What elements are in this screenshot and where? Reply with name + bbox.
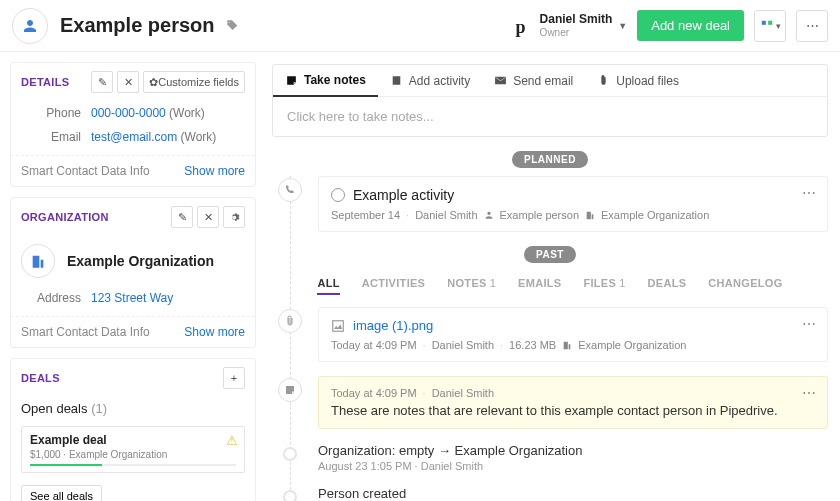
address-label: Address xyxy=(21,291,81,305)
filter-changelog[interactable]: CHANGELOG xyxy=(708,277,782,295)
warning-icon: ⚠ xyxy=(226,433,238,448)
edit-button[interactable]: ✎ xyxy=(91,71,113,93)
note-marker xyxy=(278,378,302,402)
deal-name: Example deal xyxy=(30,433,236,447)
deal-card[interactable]: Example deal $1,000 · Example Organizati… xyxy=(21,426,245,473)
user-icon xyxy=(21,17,39,35)
org-name[interactable]: Example Organization xyxy=(67,253,214,269)
show-more-link[interactable]: Show more xyxy=(184,325,245,339)
top-bar: Example person p Daniel Smith Owner ▼ Ad… xyxy=(0,0,840,52)
owner-name: Daniel Smith xyxy=(540,13,613,26)
email-type: (Work) xyxy=(181,130,217,144)
paperclip-icon xyxy=(284,315,296,327)
file-name[interactable]: image (1).png xyxy=(353,318,433,333)
open-deals-label: Open deals xyxy=(21,401,88,416)
chevron-down-icon: ▼ xyxy=(618,21,627,31)
activity-card[interactable]: ⋯ Example activity September 14·Daniel S… xyxy=(318,176,828,232)
building-icon xyxy=(30,253,46,269)
event-marker xyxy=(283,447,297,461)
organization-panel: ORGANIZATION ✎ ✕ Example Organization Ad… xyxy=(10,197,256,348)
open-deals-count: (1) xyxy=(91,401,107,416)
composer: Take notes Add activity Send email Uploa… xyxy=(272,64,828,137)
svg-rect-1 xyxy=(768,20,772,24)
org-avatar xyxy=(21,244,55,278)
tab-send-email[interactable]: Send email xyxy=(482,65,585,96)
filter-all[interactable]: ALL xyxy=(317,277,339,295)
see-all-deals-button[interactable]: See all deals xyxy=(21,485,102,501)
svg-rect-0 xyxy=(761,20,765,24)
tag-icon[interactable] xyxy=(225,19,239,33)
filter-emails[interactable]: EMAILS xyxy=(518,277,561,295)
phone-type: (Work) xyxy=(169,106,205,120)
main-content: Take notes Add activity Send email Uploa… xyxy=(256,52,840,501)
note-body: These are notes that are relevant to thi… xyxy=(331,403,815,418)
collapse-button[interactable]: ✕ xyxy=(117,71,139,93)
add-deal-button[interactable]: + xyxy=(223,367,245,389)
notes-input[interactable]: Click here to take notes... xyxy=(273,97,827,136)
person-avatar xyxy=(12,8,48,44)
tab-take-notes[interactable]: Take notes xyxy=(273,65,378,97)
layout-icon xyxy=(760,19,774,33)
card-menu-button[interactable]: ⋯ xyxy=(802,316,817,332)
show-more-link[interactable]: Show more xyxy=(184,164,245,178)
details-panel: DETAILS ✎ ✕ ✿ Customize fields Phone 000… xyxy=(10,62,256,187)
phone-link[interactable]: 000-000-0000 xyxy=(91,106,166,120)
customize-fields-button[interactable]: ✿ Customize fields xyxy=(143,71,245,93)
building-icon xyxy=(585,210,595,220)
details-heading: DETAILS xyxy=(21,76,69,88)
event-marker xyxy=(283,490,297,501)
org-heading: ORGANIZATION xyxy=(21,211,109,223)
attachment-marker xyxy=(278,309,302,333)
filter-notes[interactable]: NOTES1 xyxy=(447,277,496,295)
paperclip-icon xyxy=(597,74,610,87)
owner-selector[interactable]: p Daniel Smith Owner ▼ xyxy=(516,13,628,37)
image-icon xyxy=(331,319,345,333)
note-card[interactable]: ⋯ Today at 4:09 PM·Daniel Smith These ar… xyxy=(318,376,828,429)
note-icon xyxy=(285,74,298,87)
event-title: Person created xyxy=(318,486,828,501)
sidebar: DETAILS ✎ ✕ ✿ Customize fields Phone 000… xyxy=(0,52,256,501)
unchecked-icon[interactable] xyxy=(331,188,345,202)
owner-role: Owner xyxy=(540,27,613,38)
email-label: Email xyxy=(21,130,81,144)
event-meta: August 23 1:05 PM · Daniel Smith xyxy=(318,460,828,472)
tab-upload-files[interactable]: Upload files xyxy=(585,65,691,96)
note-icon xyxy=(284,384,296,396)
building-icon xyxy=(562,340,572,350)
address-link[interactable]: 123 Street Way xyxy=(91,291,173,305)
page-title: Example person xyxy=(60,14,516,37)
planned-badge: PLANNED xyxy=(512,151,588,168)
deals-panel: DEALS + Open deals (1) Example deal $1,0… xyxy=(10,358,256,501)
gear-icon xyxy=(229,212,240,223)
smart-contact-label: Smart Contact Data Info xyxy=(21,325,150,339)
activity-title: Example activity xyxy=(353,187,454,203)
more-options-button[interactable]: ⋯ xyxy=(796,10,828,42)
view-options-button[interactable]: ▾ xyxy=(754,10,786,42)
filter-activities[interactable]: ACTIVITIES xyxy=(362,277,426,295)
deal-subtitle: $1,000 · Example Organization xyxy=(30,449,236,460)
svg-rect-2 xyxy=(333,320,344,331)
card-menu-button[interactable]: ⋯ xyxy=(802,385,817,401)
file-card[interactable]: ⋯ image (1).png Today at 4:09 PM·Daniel … xyxy=(318,307,828,362)
filter-files[interactable]: FILES1 xyxy=(583,277,625,295)
email-link[interactable]: test@email.com xyxy=(91,130,177,144)
phone-label: Phone xyxy=(21,106,81,120)
phone-marker xyxy=(278,178,302,202)
phone-icon xyxy=(284,184,296,196)
smart-contact-label: Smart Contact Data Info xyxy=(21,164,150,178)
pipedrive-logo-icon: p xyxy=(516,17,534,35)
deals-heading: DEALS xyxy=(21,372,60,384)
filter-deals[interactable]: DEALS xyxy=(648,277,687,295)
edit-button[interactable]: ✎ xyxy=(171,206,193,228)
settings-button[interactable] xyxy=(223,206,245,228)
past-badge: PAST xyxy=(524,246,576,263)
calendar-icon xyxy=(390,74,403,87)
collapse-button[interactable]: ✕ xyxy=(197,206,219,228)
card-menu-button[interactable]: ⋯ xyxy=(802,185,817,201)
email-icon xyxy=(494,74,507,87)
user-icon xyxy=(484,210,494,220)
event-title: Organization: empty → Example Organizati… xyxy=(318,443,828,458)
tab-add-activity[interactable]: Add activity xyxy=(378,65,482,96)
add-new-deal-button[interactable]: Add new deal xyxy=(637,10,744,41)
